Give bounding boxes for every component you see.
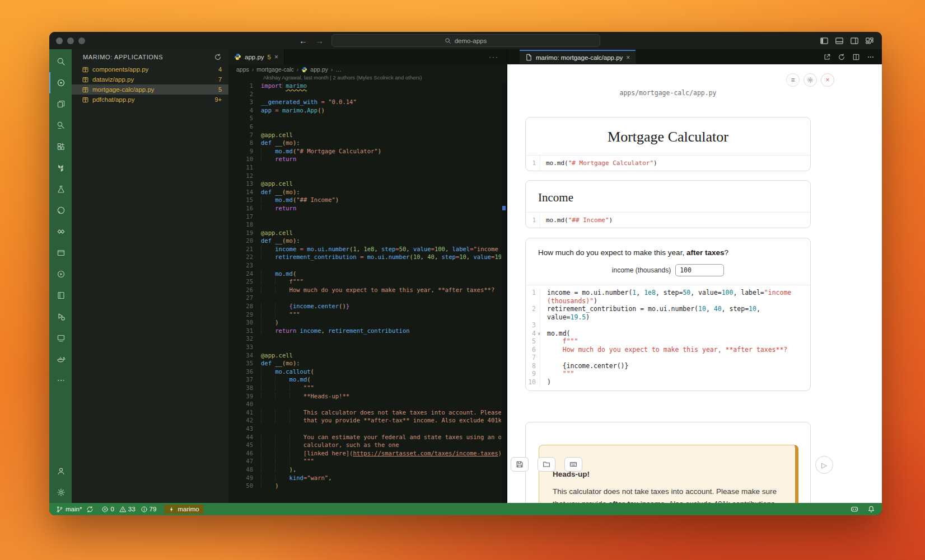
activity-item-account[interactable] [49,460,72,482]
code-line[interactable]: 32 [228,335,501,343]
activity-item-search-editor[interactable] [49,115,72,136]
sync-icon[interactable] [86,506,94,513]
code-line[interactable]: 19@app.cell [228,229,501,237]
cell-code-row[interactable]: 1 mo.md("# Mortgage Calculator") [526,155,810,171]
more-actions-icon[interactable] [867,53,875,61]
activity-item-terraform[interactable] [49,157,72,178]
code-line[interactable]: 4app = marimo.App() [228,106,501,115]
activity-item-docker[interactable] [49,349,72,370]
customize-layout-icon[interactable] [865,36,874,45]
code-line[interactable]: 8def __(mo): [228,139,501,147]
code-line[interactable]: 45 calculator, such as the one [228,441,501,449]
activity-item-notebooks[interactable] [49,285,72,306]
activity-item-remote[interactable] [49,327,72,349]
code-line[interactable]: 28 {income.center()} [228,302,501,310]
copilot-icon[interactable] [850,505,859,514]
code-line[interactable]: 10 return [228,155,501,163]
code-line[interactable]: 24 mo.md( [228,270,501,278]
sidebar-file-pdfchat-app-py[interactable]: pdfchat/app.py9+ [72,95,228,105]
fold-icon[interactable]: ∨ [538,330,540,338]
code-line[interactable]: 44 You can estimate your federal and sta… [228,433,501,441]
code-line[interactable]: 49 kind="warn", [228,474,501,482]
code-line[interactable]: 22 retirement_contribution = mo.ui.numbe… [228,253,501,261]
activity-item-browser-preview[interactable] [49,242,72,263]
cell-code-line[interactable]: 8 {income.center()} [526,362,810,370]
overview-ruler[interactable] [501,82,507,503]
nav-forward-button[interactable]: → [315,36,324,45]
cell-code-line[interactable]: 7 [526,354,810,362]
breadcrumb-symbol[interactable]: … [335,66,342,73]
zoom-window-button[interactable] [78,37,85,44]
cell-code-line[interactable]: 3 [526,321,810,330]
code-line[interactable]: 26 How much do you expect to make this y… [228,286,501,294]
code-line[interactable]: 2 [228,90,501,98]
editor-more-actions[interactable]: ··· [489,53,499,61]
keyboard-shortcuts-button[interactable] [564,457,582,472]
problems-item[interactable]: 0 33 79 [101,506,156,513]
code-line[interactable]: 9 mo.md("# Mortgage Calculator") [228,147,501,156]
code-line[interactable]: 46 [linked here](https://smartasset.com/… [228,449,501,458]
code-line[interactable]: 35def __(mo): [228,359,501,368]
activity-item-search[interactable] [49,51,72,72]
activity-item-gitlens[interactable] [49,221,72,242]
cell-code-line[interactable]: 10) [526,378,810,387]
marimo-status-item[interactable]: marimo [164,505,203,514]
code-editor[interactable]: 1import marimo23__generated_with = "0.0.… [228,82,501,503]
cell-code-line[interactable]: 4∨mo.md( [526,330,810,338]
breadcrumb[interactable]: apps› mortgage-calc› app.py› … [228,64,507,74]
code-line[interactable]: 42 that you provide **after-tax** income… [228,416,501,425]
close-tab-icon[interactable]: × [626,54,630,62]
code-line[interactable]: 17 [228,213,501,221]
activity-item-github[interactable] [49,200,72,221]
nav-back-button[interactable]: ← [299,36,307,45]
cell-code-row[interactable]: 1 mo.md("## Income") [526,212,810,228]
activity-item-marimo[interactable] [49,72,72,93]
code-line[interactable]: 21 income = mo.ui.number(1, 1e8, step=50… [228,245,501,253]
cell-code-line[interactable]: 5 f""" [526,337,810,346]
code-line[interactable]: 15 mo.md("## Income") [228,196,501,204]
code-line[interactable]: 36 mo.callout( [228,368,501,376]
code-line[interactable]: 33 [228,343,501,351]
activity-item-extensions[interactable] [49,136,72,157]
code-line[interactable]: 50 ) [228,482,501,490]
code-line[interactable]: 38 """ [228,384,501,392]
code-line[interactable]: 23 [228,261,501,270]
code-line[interactable]: 27 [228,294,501,302]
code-line[interactable]: 12 [228,172,501,180]
bell-icon[interactable] [867,505,875,513]
code-line[interactable]: 39 **Heads-up!** [228,392,501,401]
code-line[interactable]: 31 return income, retirement_contributio… [228,327,501,335]
activity-item-explorer[interactable] [49,93,72,115]
refresh-icon[interactable] [838,53,845,61]
code-line[interactable]: 6 [228,123,501,131]
code-line[interactable]: 3__generated_with = "0.0.14" [228,98,501,106]
cell-code-line[interactable]: 9 """ [526,370,810,378]
breadcrumb-apps[interactable]: apps [236,66,249,73]
sidebar-file-components-app-py[interactable]: components/app.py4 [72,64,228,74]
activity-item-testing[interactable] [49,178,72,200]
code-line[interactable]: 41 This calculator does not take taxes i… [228,408,501,417]
split-editor-icon[interactable] [852,53,860,61]
git-branch-item[interactable]: main* [56,506,94,513]
code-line[interactable]: 5 [228,114,501,123]
menu-button[interactable]: ≡ [786,73,800,87]
code-line[interactable]: 13@app.cell [228,180,501,188]
open-folder-button[interactable] [538,457,555,472]
code-line[interactable]: 43 [228,425,501,433]
toggle-panel-icon[interactable] [835,36,844,45]
code-line[interactable]: 37 mo.md( [228,375,501,384]
cell-code-line[interactable]: 1income = mo.ui.number(1, 1e8, step=50, … [526,289,810,305]
code-line[interactable]: 14def __(mo): [228,188,501,196]
tab-marimo-preview[interactable]: marimo: mortgage-calc/app.py × [520,50,636,64]
open-external-icon[interactable] [823,53,831,61]
code-line[interactable]: 7@app.cell [228,131,501,139]
activity-item-more-views[interactable] [49,370,72,391]
code-line[interactable]: 1import marimo [228,82,501,90]
minimize-window-button[interactable] [67,37,74,44]
activity-item-settings[interactable] [49,482,72,503]
sidebar-file-dataviz-app-py[interactable]: dataviz/app.py7 [72,74,228,84]
sidebar-file-mortgage-calc-app-py[interactable]: mortgage-calc/app.py5 [72,84,228,95]
close-tab-icon[interactable]: × [274,53,278,61]
close-window-button[interactable] [56,37,63,44]
cell-code-line[interactable]: 6 How much do you expect to make this ye… [526,346,810,354]
